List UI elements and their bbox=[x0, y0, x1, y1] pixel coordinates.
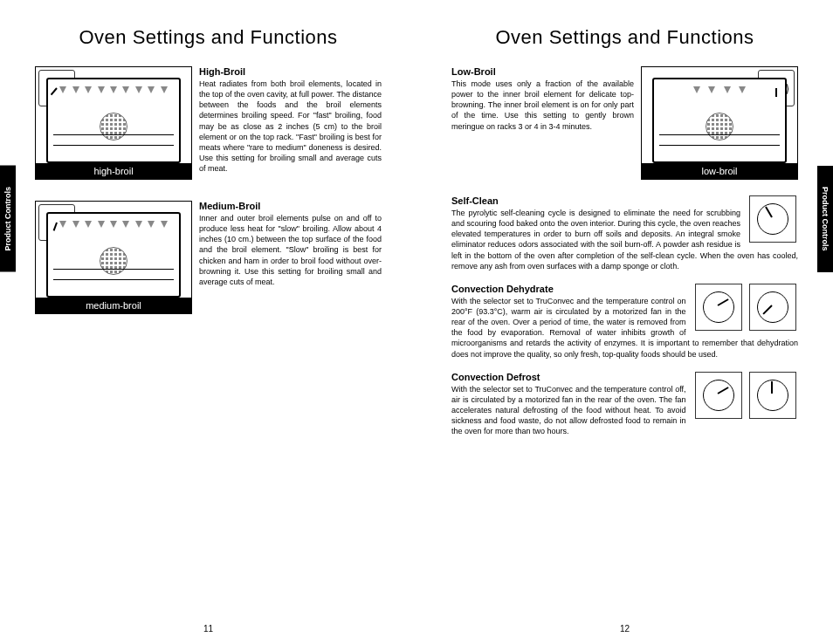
page-title-right: Oven Settings and Functions bbox=[451, 26, 798, 49]
page-left: Product Controls Oven Settings and Funct… bbox=[0, 0, 416, 644]
illustration-low-broil: low-broil bbox=[641, 66, 798, 180]
section-conv-dehydrate: Convection Dehydrate With the selector s… bbox=[451, 284, 798, 360]
oven-interior-icon bbox=[652, 78, 787, 163]
section-low-broil: low-broil Low-Broil This mode uses only … bbox=[451, 66, 798, 183]
dial-icon bbox=[749, 195, 796, 243]
side-tab-left: Product Controls bbox=[0, 166, 16, 272]
illustration-label: high-broil bbox=[36, 163, 191, 179]
illustration-high-broil: high-broil bbox=[35, 66, 192, 180]
illustration-label: low-broil bbox=[642, 163, 797, 179]
dial-group-dehydrate bbox=[693, 284, 798, 331]
section-medium-broil: medium-broil Medium-Broil Inner and oute… bbox=[35, 201, 382, 318]
dial-icon bbox=[695, 284, 742, 331]
body-self-clean: The pyrolytic self-cleaning cycle is des… bbox=[451, 208, 798, 271]
section-self-clean: Self-Clean The pyrolytic self-cleaning c… bbox=[451, 195, 798, 271]
section-conv-defrost: Convection Defrost With the selector set… bbox=[451, 372, 798, 437]
page-title-left: Oven Settings and Functions bbox=[35, 26, 382, 49]
illustration-medium-broil: medium-broil bbox=[35, 201, 192, 314]
section-high-broil: high-broil High-Broil Heat radiates from… bbox=[35, 66, 382, 183]
page-right: Product Controls Oven Settings and Funct… bbox=[416, 0, 833, 644]
dial-icon bbox=[749, 372, 796, 419]
dial-group-self-clean bbox=[747, 195, 798, 243]
oven-interior-icon bbox=[46, 212, 181, 298]
dial-icon bbox=[695, 372, 742, 419]
page-number-left: 11 bbox=[203, 624, 213, 634]
page-number-right: 12 bbox=[620, 624, 630, 634]
illustration-label: medium-broil bbox=[36, 298, 191, 313]
side-tab-right: Product Controls bbox=[817, 166, 833, 272]
heading-self-clean: Self-Clean bbox=[451, 195, 798, 206]
dial-group-defrost bbox=[693, 372, 798, 419]
oven-interior-icon bbox=[46, 78, 181, 163]
dial-icon bbox=[749, 284, 796, 331]
